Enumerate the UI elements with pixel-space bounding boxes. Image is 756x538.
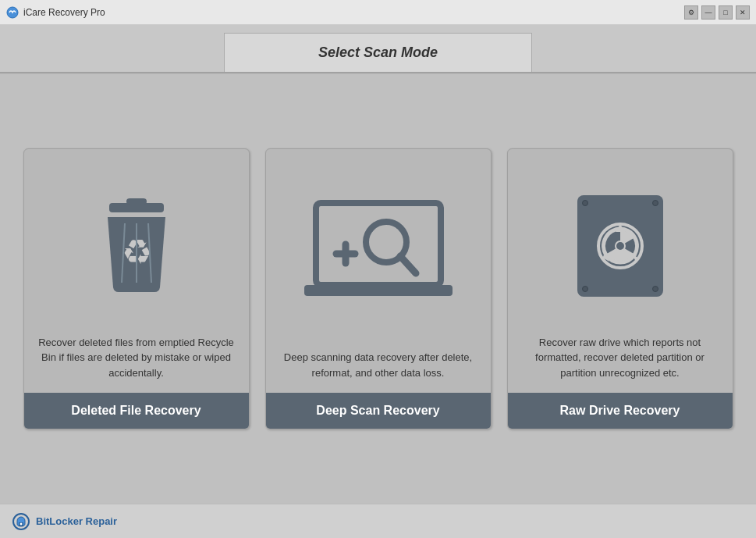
screw-tr [652,200,658,206]
svg-rect-8 [304,285,453,296]
svg-point-20 [20,522,23,525]
svg-point-17 [616,241,625,251]
screw-bl [582,286,588,292]
screw-tl [582,200,588,206]
hard-drive-icon [577,195,663,297]
raw-drive-icon-area [562,149,679,335]
laptop-search-icon [300,199,456,308]
close-button[interactable]: ✕ [736,5,750,20]
deep-scan-description: Deep scanning data recovery after delete… [266,350,491,393]
screw-br [652,286,658,292]
drive-spinner-icon [595,221,645,271]
footer: BitLocker Repair [0,504,756,538]
deep-scan-card[interactable]: Deep scanning data recovery after delete… [265,148,492,429]
raw-drive-card[interactable]: Recover raw drive which reports not form… [507,148,733,429]
title-bar-left: iCare Recovery Pro [6,6,105,19]
app-icon [6,6,19,19]
deep-scan-icon-area [285,149,472,350]
deleted-file-card[interactable]: ♻ Recover deleted files from emptied Rec… [23,148,250,429]
title-bar-controls: ⚙ — □ ✕ [684,5,750,20]
svg-line-12 [400,256,416,273]
settings-button[interactable]: ⚙ [684,5,698,20]
scan-mode-label: Select Scan Mode [318,45,438,60]
app-title: iCare Recovery Pro [23,7,105,18]
raw-drive-description: Recover raw drive which reports not form… [508,335,733,394]
main-content: ♻ Recover deleted files from emptied Rec… [0,74,756,504]
deleted-file-description: Recover deleted files from emptied Recyc… [24,335,249,394]
deleted-file-label: Deleted File Recovery [24,393,249,429]
minimize-button[interactable]: — [701,5,715,20]
deleted-file-icon-area: ♻ [78,149,195,335]
header-area: Select Scan Mode [0,25,756,72]
deep-scan-label: Deep Scan Recovery [266,393,491,429]
svg-rect-7 [316,203,441,285]
bitlocker-repair-link[interactable]: BitLocker Repair [36,515,117,527]
title-bar: iCare Recovery Pro ⚙ — □ ✕ [0,0,756,25]
scan-mode-tab[interactable]: Select Scan Mode [224,33,532,72]
raw-drive-label: Raw Drive Recovery [508,393,733,429]
maximize-button[interactable]: □ [719,5,733,20]
bitlocker-icon [12,513,30,530]
svg-rect-2 [126,198,147,205]
recycle-bin-icon: ♻ [94,195,179,297]
